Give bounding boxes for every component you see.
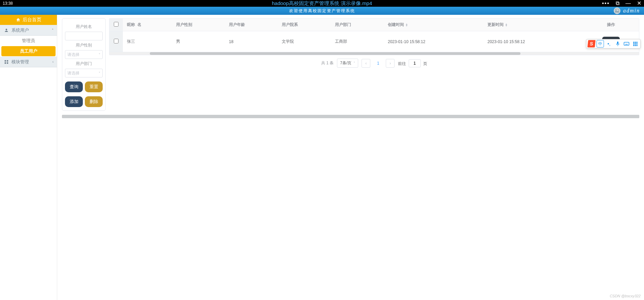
sidebar-group-users[interactable]: 系统用户 ˄ — [0, 25, 57, 36]
col-age[interactable]: 用户年龄 — [225, 19, 278, 31]
col-gender[interactable]: 用户性别 — [172, 19, 225, 31]
sidebar-item-employee-label: 员工用户 — [20, 48, 37, 54]
cell-age: 18 — [225, 31, 278, 52]
filter-select-gender[interactable]: 请选择 ˅ — [65, 50, 103, 59]
sidebar-home[interactable]: 后台首页 — [0, 15, 57, 25]
main-horizontal-scrollbar[interactable] — [62, 115, 639, 118]
col-faculty[interactable]: 用户院系 — [278, 19, 331, 31]
svg-rect-16 — [633, 43, 634, 44]
delete-button[interactable]: 删除 — [85, 96, 103, 107]
row-checkbox[interactable] — [114, 39, 118, 43]
chevron-left-icon: ‹ — [53, 60, 54, 64]
pager-total-suffix: 条 — [330, 61, 334, 65]
ime-punct-toggle[interactable]: •, — [605, 40, 613, 47]
username[interactable]: admin — [623, 8, 640, 14]
sidebar-item-admin-label: 管理员 — [22, 38, 35, 44]
filter-label-gender: 用户性别 — [65, 42, 103, 48]
filter-select-dept[interactable]: 请选择 ˅ — [65, 69, 103, 77]
svg-point-2 — [6, 29, 7, 30]
query-button[interactable]: 查询 — [65, 81, 83, 92]
goto-suffix: 页 — [423, 61, 427, 66]
cell-faculty: 文学院 — [278, 31, 331, 52]
filter-select-gender-placeholder: 请选择 — [67, 52, 79, 58]
app-header: 欢迎使用高校固定资产管理系统 admin — [0, 7, 644, 15]
pagination: 共 1 条 7条/页 ˅ ‹ 1 › 前往 页 — [109, 59, 639, 68]
goto-page: 前往 页 — [398, 59, 427, 67]
sogou-logo-icon[interactable]: S — [587, 40, 596, 47]
next-page-button[interactable]: › — [386, 59, 395, 68]
col-name-label: 名 — [137, 22, 141, 27]
microphone-icon[interactable] — [614, 40, 621, 47]
chevron-down-icon: ˅ — [99, 71, 100, 75]
watermark: CSDN @bscxy322 — [610, 294, 641, 298]
ime-lang-toggle[interactable]: 中 — [597, 40, 604, 47]
svg-rect-17 — [635, 43, 636, 44]
svg-rect-19 — [633, 45, 634, 46]
pager-total-prefix: 共 — [321, 61, 325, 65]
svg-rect-18 — [636, 43, 637, 44]
add-button[interactable]: 添加 — [65, 96, 83, 107]
col-created[interactable]: 创建时间▲▼ — [384, 19, 483, 31]
pager-total-count: 1 — [326, 61, 329, 65]
sidebar-item-employee[interactable]: 员工用户 — [1, 46, 56, 56]
main-content: 用户姓名 用户性别 请选择 ˅ 用户部门 请选择 ˅ 查询 重置 添加 — [57, 15, 644, 300]
keyboard-icon[interactable] — [623, 40, 630, 47]
col-updated[interactable]: 更新时间▲▼ — [483, 19, 583, 31]
sort-icon[interactable]: ▲▼ — [405, 23, 408, 27]
clock: 13:38 — [3, 1, 60, 6]
col-nickname[interactable]: 昵称 名 — [123, 19, 172, 31]
col-dept[interactable]: 用户部门 — [331, 19, 384, 31]
col-updated-label: 更新时间 — [487, 22, 504, 27]
ime-toolbar[interactable]: S 中 •, — [586, 39, 641, 48]
window-controls: ••• ⧉ — ✕ — [602, 1, 641, 6]
sidebar: 后台首页 系统用户 ˄ 管理员 员工用户 模块管理 ‹ — [0, 15, 57, 300]
video-titlebar: 13:38 hadoop高校固定资产管理系统 演示录像.mp4 ••• ⧉ — … — [0, 0, 644, 7]
cell-gender: 男 — [172, 31, 225, 52]
table-horizontal-scrollbar[interactable] — [109, 52, 639, 55]
sidebar-group-users-label: 系统用户 — [11, 27, 29, 33]
cell-updated: 2023-01-10 15:58:12 — [483, 31, 583, 52]
svg-point-1 — [616, 10, 617, 10]
filter-label-name: 用户姓名 — [65, 24, 103, 30]
cell-dept: 工商部 — [331, 31, 384, 52]
goto-prefix: 前往 — [398, 61, 406, 66]
cell-nickname: 张三 — [123, 31, 172, 52]
table-row: 张三 男 18 文学院 工商部 2023-01-10 15:58:12 2023… — [109, 31, 639, 52]
close-icon[interactable]: ✕ — [637, 1, 641, 6]
grid-icon — [4, 60, 9, 64]
header-checkbox-cell — [109, 19, 123, 31]
svg-rect-13 — [633, 42, 634, 43]
minimize-icon[interactable]: — — [625, 1, 631, 6]
video-title: hadoop高校固定资产管理系统 演示录像.mp4 — [272, 0, 372, 7]
svg-rect-5 — [5, 62, 6, 64]
pager-total: 共 1 条 — [321, 60, 334, 66]
svg-rect-6 — [7, 62, 8, 64]
select-all-checkbox[interactable] — [114, 22, 118, 27]
prev-page-button[interactable]: ‹ — [362, 59, 370, 68]
goto-input[interactable] — [409, 59, 421, 67]
user-icon — [4, 28, 9, 33]
ime-menu-icon[interactable] — [632, 40, 639, 47]
filter-select-dept-placeholder: 请选择 — [67, 70, 79, 76]
svg-rect-21 — [636, 45, 637, 46]
col-ops: 操作 — [583, 19, 639, 31]
table-header-row: 昵称 名 用户性别 用户年龄 用户院系 用户部门 创建时间▲▼ 更新时间▲▼ 操… — [109, 19, 639, 31]
sidebar-item-admin[interactable]: 管理员 — [0, 36, 57, 46]
page-number[interactable]: 1 — [374, 61, 382, 66]
sort-icon[interactable]: ▲▼ — [505, 23, 508, 27]
per-page-select[interactable]: 7条/页 ˅ — [337, 59, 358, 68]
avatar[interactable] — [614, 7, 620, 14]
reset-button[interactable]: 重置 — [85, 81, 103, 92]
data-table: 昵称 名 用户性别 用户年龄 用户院系 用户部门 创建时间▲▼ 更新时间▲▼ 操… — [109, 18, 639, 55]
scrollbar-thumb[interactable] — [150, 52, 520, 55]
row-checkbox-cell — [109, 31, 123, 52]
more-icon[interactable]: ••• — [602, 1, 610, 6]
sidebar-group-modules[interactable]: 模块管理 ‹ — [0, 57, 57, 67]
filter-panel: 用户姓名 用户性别 请选择 ˅ 用户部门 请选择 ˅ 查询 重置 添加 — [62, 18, 106, 111]
col-created-label: 创建时间 — [388, 22, 404, 27]
filter-input-name[interactable] — [65, 32, 103, 40]
chevron-up-icon: ˄ — [52, 28, 54, 32]
restore-icon[interactable]: ⧉ — [616, 1, 619, 6]
home-icon — [16, 18, 21, 22]
svg-rect-3 — [5, 60, 6, 61]
